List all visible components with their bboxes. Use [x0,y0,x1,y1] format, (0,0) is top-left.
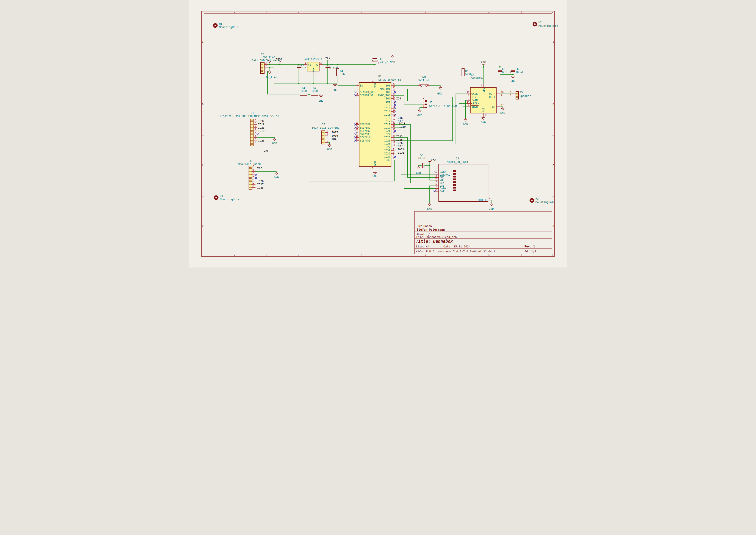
symbol-plate [297,66,301,66]
symbol-plate [453,173,456,175]
label: 36 [392,131,395,134]
connector-pad [249,168,251,169]
label: 2 [255,138,256,140]
label: DAT2 [440,170,446,173]
gnd-symbol [428,204,431,206]
gnd-symbol [334,84,337,86]
label: J7 [249,159,253,162]
label: 3 [253,179,254,181]
mounting-hole-icon [215,197,217,198]
symbol-plate [453,179,456,180]
label: U1 [311,54,315,58]
label: 8 [255,119,256,121]
label: IO32 [384,149,390,152]
label: C [202,164,203,167]
label: Vcc [264,149,269,153]
label: +Batt GND VoltMeter [250,59,281,62]
label: Title: Hannabox [416,239,453,243]
label: 1 [435,169,437,172]
symbol-plate [453,184,456,186]
label: SWP/SD3 [360,133,370,136]
label: DAT3/CD [440,173,450,176]
label: IO33 [398,151,404,154]
label: IO33 [258,139,264,142]
label: GND [463,122,468,125]
connector-pad [249,187,251,188]
label: 1uF [301,67,306,70]
label: 8 [481,84,482,87]
label: Rev: 1 [525,245,535,248]
label: 10 uF [515,70,524,74]
label: IO26 [384,142,390,145]
junction-dot [337,64,338,65]
label: 1 [255,141,256,144]
label: GND [416,171,421,175]
label: 9 [393,151,394,153]
label: 2 [372,80,373,82]
label: 16 [467,91,469,94]
connector-pad [261,67,263,69]
symbol-plate [453,190,456,191]
label: IO23 [258,126,264,129]
junction-dot [429,165,430,166]
label: 17 [501,104,503,106]
junction-dot [374,64,375,65]
wire [257,137,274,138]
label: 17 [356,128,358,130]
label: IO25 [257,186,264,189]
label: H3 [535,197,539,200]
label: 4 [468,104,469,106]
label: Stefan Ostermann [417,228,445,231]
label: 3 [357,83,358,85]
label: 30 [392,122,395,124]
wire [267,71,300,94]
label: H4 [220,194,223,197]
gnd-symbol [275,173,278,175]
symbol-plate [425,100,427,101]
junction-dot [268,67,270,69]
label: 1 [314,71,316,74]
label: MAX98357 Board [238,162,261,165]
label: IO2 [386,91,390,94]
label: 4 [435,177,437,180]
label: IO12 [384,103,390,106]
label: 1 [326,140,327,142]
wire [257,144,265,149]
label: 18 [356,131,358,134]
label: 3 [361,11,363,14]
label: MountingHole [535,200,555,204]
label: 2 [423,101,424,104]
connector-pad [249,184,251,185]
label: 14 [467,101,469,103]
label: 2 [326,136,327,139]
label: OUT- [489,92,495,95]
label: R2 [313,86,316,89]
label: Size: A4 [416,245,429,248]
label: EN [360,84,363,87]
gnd-symbol [328,145,331,147]
symbol-plate [372,58,377,59]
label: IO18 [399,122,405,125]
label: GND [372,174,377,178]
connector-pad [516,97,518,98]
label: 14 [392,102,395,105]
label: GND [327,148,332,151]
gnd-symbol [391,56,394,58]
label: 10K [340,72,345,75]
label: SDO/SD0 [360,123,370,126]
label: DAT0 [440,187,446,190]
label: 7 [255,122,256,124]
symbol-plate [453,181,456,183]
label: VDD [374,83,377,88]
junction-dot [327,64,328,65]
label: C6 [515,67,519,70]
label: GND [333,88,338,92]
label: 20 [356,135,358,137]
label: + [377,61,379,65]
label: 10 uF [418,156,426,159]
label: MAX98357 [471,76,483,79]
label: IO14 [384,110,390,113]
label: IO32 [397,148,404,151]
label: 100k [300,89,307,93]
wire [420,108,423,109]
